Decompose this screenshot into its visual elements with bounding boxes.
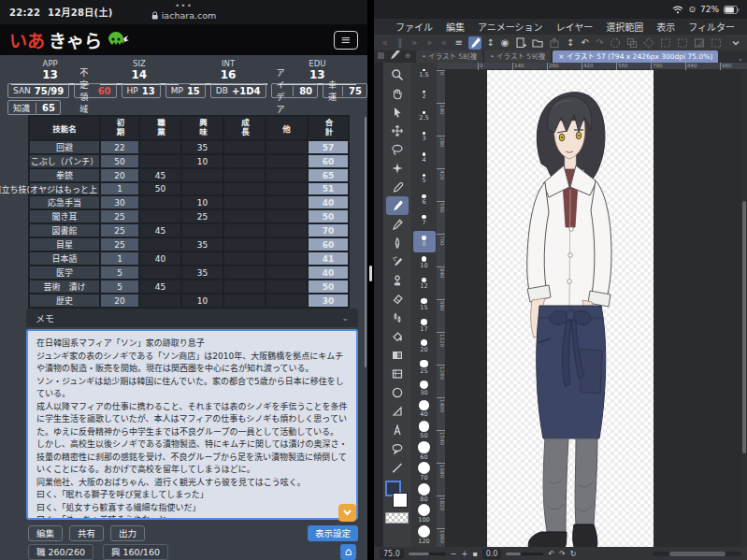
canvas-tab-1[interactable]: • イラスト 59[複 (484, 50, 551, 63)
rotation-value[interactable]: 0.0 (482, 549, 502, 559)
tool-text[interactable] (386, 421, 409, 439)
tool-hand[interactable] (386, 84, 409, 103)
brush-size-5[interactable]: 5 (413, 168, 436, 189)
zoom-in-button[interactable]: + (462, 550, 468, 558)
brush-size-2[interactable]: 2 (413, 84, 436, 105)
undo-icon[interactable]: ↶ (580, 36, 591, 50)
tool-eyedropper[interactable] (386, 178, 409, 196)
brush-size-70[interactable]: 70 (413, 461, 436, 481)
canvas[interactable] (446, 70, 741, 547)
tool-airbrush[interactable] (386, 252, 409, 271)
zoom-out-button[interactable]: − (451, 550, 457, 558)
brush-size-2.5[interactable]: 2.5 (413, 106, 436, 126)
menu-item-5[interactable]: 表示 (656, 20, 675, 34)
brush-size-120[interactable]: 120 (413, 524, 436, 545)
brush-size-8[interactable]: 8 (413, 231, 436, 251)
tool-lasso[interactable] (386, 140, 409, 159)
menu-item-2[interactable]: アニメーション (478, 20, 543, 34)
address-bar[interactable]: iachara.com (151, 10, 217, 21)
sub-color-swatch[interactable] (393, 493, 408, 508)
frame-icon[interactable] (710, 36, 723, 50)
brush-size-30[interactable]: 30 (413, 378, 436, 398)
stat-box-HP[interactable]: HP13 (122, 83, 161, 98)
edge-glyph-0[interactable]: « (380, 36, 391, 50)
canvas-tab-2[interactable]: × イラスト 57 (794 x 2426px 300dpi 75.0%) (553, 50, 718, 63)
memo-textarea[interactable]: 在日韓国系マフィア「ソン」家の跡取り息子 ジュンギ家の表のシノギである「ソン商店… (26, 329, 358, 520)
mini-swatch[interactable] (378, 52, 384, 59)
redo-icon[interactable]: ↷ (595, 36, 606, 50)
scroll-down-button[interactable] (338, 504, 356, 522)
stat-box-不定領域[interactable]: 不定領域60 (74, 83, 116, 98)
multitask-dots[interactable]: ••• (175, 1, 193, 10)
visibility-icon[interactable]: ◉ (499, 36, 510, 50)
hamburger-menu-button[interactable]: ≡ (334, 31, 358, 50)
brush-size-20[interactable]: 20 (413, 336, 436, 356)
tool-eraser[interactable] (386, 290, 409, 309)
fit-button[interactable]: ▪ (472, 550, 477, 558)
page-scrollbar[interactable] (365, 117, 366, 367)
transparent-canvas[interactable] (487, 70, 654, 547)
stat-box-知識[interactable]: 知識65 (7, 100, 61, 115)
brush-size-25[interactable]: 25 (413, 356, 436, 377)
tool-pen-box-icon[interactable] (468, 36, 481, 50)
scroll-thumb[interactable] (742, 201, 746, 453)
tool-gradient[interactable] (386, 346, 409, 365)
edge-glyph-2[interactable]: » (409, 36, 421, 50)
canvas-horizontal-scrollbar[interactable] (653, 552, 741, 556)
stat-box-幸運[interactable]: 幸運75 (323, 83, 367, 98)
brush-size-100[interactable]: 100 (413, 503, 436, 524)
splitview-divider[interactable] (367, 0, 374, 560)
canvas-vertical-scrollbar[interactable] (741, 70, 747, 547)
zoom-slider[interactable] (409, 553, 446, 555)
tool-zoom[interactable] (386, 65, 409, 84)
collapse-chevron-icon[interactable]: ⌄ (341, 313, 349, 323)
tool-balloon[interactable] (386, 439, 409, 458)
tool-pen[interactable] (386, 196, 409, 215)
stat-box-DB[interactable]: DB+1D4 (210, 83, 266, 98)
tool-operation[interactable] (386, 103, 409, 122)
menu-item-1[interactable]: 編集 (446, 20, 465, 34)
tool-inkpen[interactable] (386, 234, 409, 252)
tool-move[interactable] (386, 122, 409, 140)
rotate-ccw-button[interactable]: ↶ (548, 550, 554, 558)
brush-size-60[interactable]: 60 (413, 440, 436, 461)
rotate-cw-button[interactable]: ↷ (559, 550, 566, 558)
open-file-icon[interactable] (531, 36, 544, 50)
tool-wand[interactable] (386, 159, 409, 178)
edge-glyph-3[interactable]: » (424, 36, 435, 50)
brush-size-3[interactable]: 3 (413, 126, 436, 147)
mask-icon[interactable] (676, 36, 689, 50)
share-button[interactable]: 共有 (69, 525, 104, 541)
tabbar-chevron-icon[interactable]: ⌄ (738, 54, 743, 63)
menu-item-3[interactable]: レイヤー (556, 20, 594, 34)
reset-view-button[interactable]: ↻ (570, 550, 577, 558)
select-circle-icon[interactable] (609, 36, 622, 50)
updown2-icon[interactable]: ↕ (565, 36, 576, 50)
stat-box-アイデア[interactable]: アイデア80 (271, 83, 319, 98)
tool-frame[interactable] (386, 365, 409, 383)
stat-box-SAN[interactable]: SAN75/99 (7, 83, 69, 98)
brush-size-40[interactable]: 40 (413, 398, 436, 419)
brush-size-15[interactable]: 15 (413, 294, 436, 314)
menu-icon[interactable]: ≡ (453, 36, 465, 50)
brush-size-80[interactable]: 80 (413, 482, 436, 503)
tool-blend[interactable] (386, 309, 409, 327)
brush-size-1.5[interactable]: 1.5 (413, 64, 436, 84)
tool-polyline[interactable] (386, 402, 409, 421)
canvas-tab-0[interactable]: • イラスト 58[複 (416, 50, 482, 63)
mini-pen-icon[interactable] (388, 50, 401, 63)
menu-item-6[interactable]: フィルター (688, 20, 735, 34)
tool-figure[interactable] (386, 383, 409, 402)
mini-globe-icon[interactable]: ⊕ (405, 51, 410, 60)
tool-line[interactable] (386, 458, 409, 477)
edge-glyph-1[interactable]: ‖ (395, 36, 406, 50)
brush-size-17[interactable]: 17 (413, 315, 436, 336)
select-diamond-icon[interactable] (642, 36, 655, 50)
edit-button[interactable]: 編集 (28, 525, 63, 541)
menu-item-4[interactable]: 選択範囲 (606, 20, 643, 34)
stat-box-MP[interactable]: MP15 (165, 83, 206, 98)
divider-handle[interactable] (369, 266, 372, 281)
tool-fill[interactable] (386, 327, 409, 346)
new-canvas-icon[interactable] (514, 36, 527, 50)
brush-size-10[interactable]: 10 (413, 252, 436, 273)
